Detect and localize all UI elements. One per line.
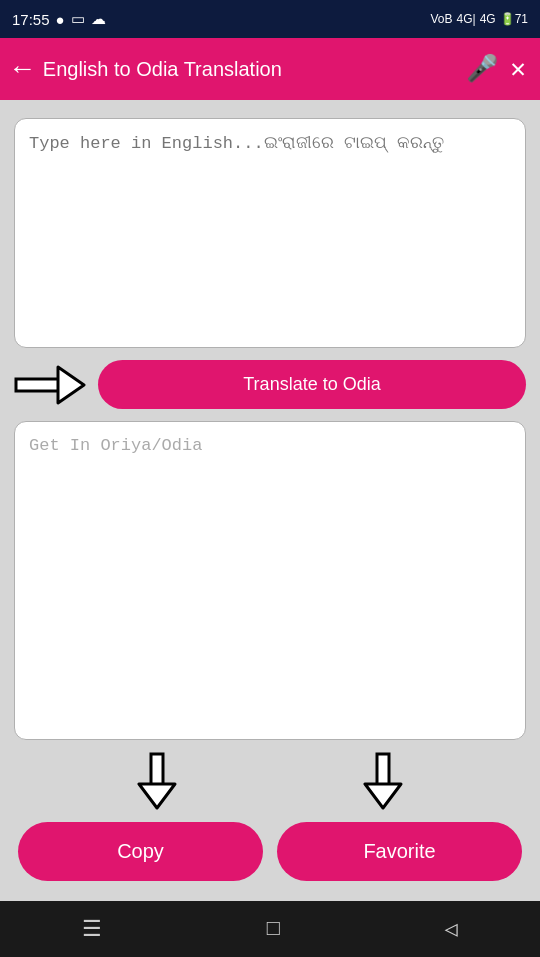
- close-button[interactable]: ✕: [510, 53, 526, 85]
- status-time: 17:55: [12, 11, 50, 28]
- favorite-button[interactable]: Favorite: [277, 822, 522, 881]
- back-nav-icon[interactable]: ◁: [444, 916, 457, 943]
- svg-marker-1: [58, 367, 84, 403]
- signal-icon: 4G|: [457, 12, 476, 26]
- microphone-button[interactable]: 🎤: [466, 53, 498, 85]
- signal2-icon: 4G: [480, 12, 496, 26]
- svg-rect-4: [377, 754, 389, 786]
- translate-row: Translate to Odia: [14, 358, 526, 411]
- screen-icon: ▭: [71, 10, 85, 28]
- status-bar: 17:55 ● ▭ ☁ VoB 4G| 4G 🔋71: [0, 0, 540, 38]
- page-title: English to Odia Translation: [43, 58, 455, 81]
- cloud-icon: ☁: [91, 10, 106, 28]
- action-arrows: [14, 752, 526, 812]
- top-bar: ← English to Odia Translation 🎤 ✕: [0, 38, 540, 100]
- translate-button[interactable]: Translate to Odia: [98, 360, 526, 409]
- output-placeholder: Get In Oriya/Odia: [29, 436, 202, 455]
- copy-arrow-icon: [137, 752, 177, 812]
- english-input[interactable]: [29, 133, 511, 333]
- whatsapp-icon: ●: [56, 11, 65, 28]
- status-right: VoB 4G| 4G 🔋71: [430, 12, 528, 26]
- action-buttons: Copy Favorite: [14, 822, 526, 881]
- back-button[interactable]: ←: [14, 54, 31, 85]
- output-box: Get In Oriya/Odia: [14, 421, 526, 740]
- favorite-arrow-icon: [363, 752, 403, 812]
- svg-rect-0: [16, 379, 60, 391]
- home-icon[interactable]: □: [267, 917, 280, 942]
- svg-marker-3: [139, 784, 175, 808]
- main-content: Translate to Odia Get In Oriya/Odia Copy…: [0, 100, 540, 901]
- right-arrow-icon: [14, 363, 86, 407]
- copy-button[interactable]: Copy: [18, 822, 263, 881]
- status-left: 17:55 ● ▭ ☁: [12, 10, 106, 28]
- menu-icon[interactable]: ☰: [82, 916, 102, 943]
- svg-marker-5: [365, 784, 401, 808]
- battery-icon: 🔋71: [500, 12, 528, 26]
- svg-rect-2: [151, 754, 163, 786]
- input-box[interactable]: [14, 118, 526, 348]
- network-icon: VoB: [430, 12, 452, 26]
- bottom-nav: ☰ □ ◁: [0, 901, 540, 957]
